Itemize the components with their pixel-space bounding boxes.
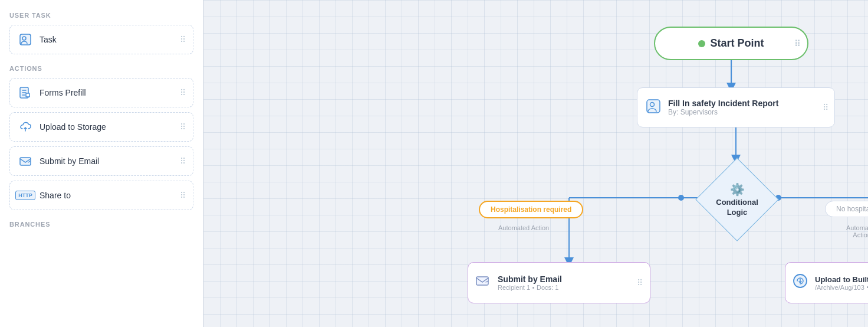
section-title-user-task: USER TASK [9, 12, 193, 19]
share-to-icon: HTTP [17, 187, 34, 204]
section-title-branches: BRANCHES [9, 221, 193, 228]
start-node[interactable]: Start Point ⠿ [654, 27, 808, 60]
diamond-gear-icon: ⚙️ [730, 182, 745, 197]
upload-storage-label: Upload to Storage [40, 122, 106, 132]
sidebar-item-share-to[interactable]: HTTP Share to ⠿ [9, 181, 193, 210]
action-upload-title: Upload to Built-in Cloud Storage [815, 275, 868, 284]
task-drag-handle[interactable]: ⠿ [180, 35, 186, 44]
condition-no[interactable]: No hospitalization [825, 201, 868, 217]
email-box-icon [475, 273, 491, 292]
sidebar-item-upload-storage[interactable]: Upload to Storage ⠿ [9, 112, 193, 142]
share-to-drag-handle[interactable]: ⠿ [180, 191, 186, 200]
svg-rect-3 [26, 93, 29, 97]
upload-storage-icon [17, 119, 34, 135]
action-email-sub: Recipient 1 Docs: 1 [498, 284, 630, 291]
canvas: Start Point ⠿ Fill In safety Incident Re… [203, 0, 868, 327]
start-drag-handle[interactable]: ⠿ [794, 39, 800, 48]
automated-label-no: Automated Action [846, 224, 868, 238]
task-node-icon [646, 99, 661, 117]
condition-hosp[interactable]: Hospitalisation required [479, 201, 583, 218]
diamond-label1: Conditional [716, 198, 758, 207]
submit-email-icon [17, 153, 34, 169]
action-email-box[interactable]: Submit by Email Recipient 1 Docs: 1 ⠿ [468, 262, 650, 303]
svg-rect-16 [476, 277, 488, 285]
task-label: Task [40, 35, 57, 44]
forms-prefill-icon [17, 84, 34, 101]
submit-email-drag-handle[interactable]: ⠿ [180, 156, 186, 166]
submit-email-label: Submit by Email [40, 156, 99, 166]
task-node-title: Fill In safety Incident Report [668, 99, 826, 108]
sidebar-item-forms-prefill[interactable]: Forms Prefill ⠿ [9, 78, 193, 107]
svg-point-12 [678, 195, 684, 201]
task-icon [17, 31, 34, 48]
diamond-node[interactable]: ⚙️ Conditional Logic [696, 158, 778, 241]
start-label: Start Point [710, 37, 764, 50]
diamond-label2: Logic [727, 208, 748, 217]
sidebar-item-task[interactable]: Task ⠿ [9, 25, 193, 54]
automated-label-hosp: Automated Action [498, 224, 549, 231]
share-to-label: Share to [40, 191, 71, 200]
section-title-actions: ACTIONS [9, 65, 193, 72]
sidebar-item-submit-email[interactable]: Submit by Email ⠿ [9, 146, 193, 176]
action-email-title: Submit by Email [498, 274, 630, 284]
forms-prefill-drag-handle[interactable]: ⠿ [180, 88, 186, 97]
forms-prefill-label: Forms Prefill [40, 88, 86, 97]
task-node[interactable]: Fill In safety Incident Report By: Super… [637, 87, 835, 127]
action-email-drag-handle[interactable]: ⠿ [637, 278, 643, 287]
upload-storage-drag-handle[interactable]: ⠿ [180, 122, 186, 132]
task-node-sub: By: Supervisors [668, 108, 826, 116]
sidebar: USER TASK Task ⠿ ACTIONS [0, 0, 203, 327]
start-dot [698, 40, 705, 47]
upload-box-icon [793, 273, 808, 292]
task-node-drag-handle[interactable]: ⠿ [823, 103, 828, 112]
action-upload-box[interactable]: Upload to Built-in Cloud Storage /Archiv… [785, 262, 868, 303]
action-upload-sub: /Archive/Aug/103 Flattened [815, 284, 868, 291]
